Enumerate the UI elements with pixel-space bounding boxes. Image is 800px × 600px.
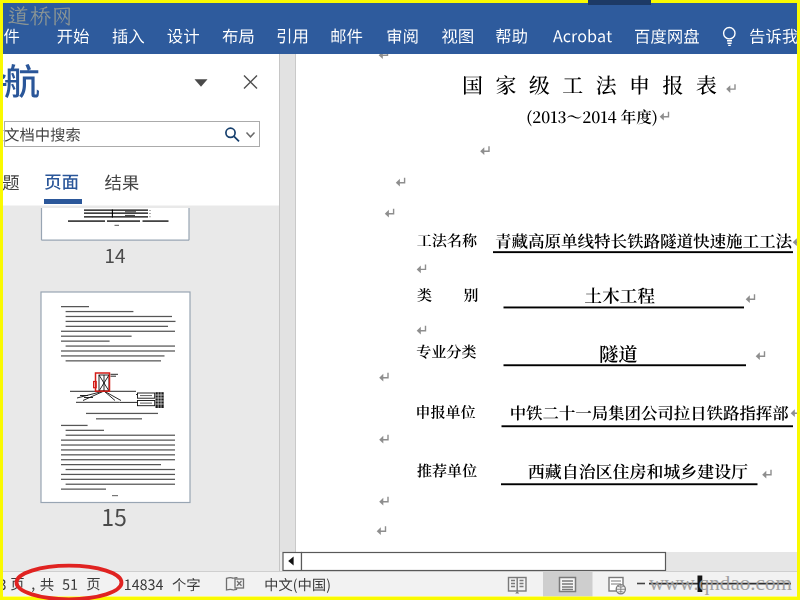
- svg-text:www.qndao.com: www.qndao.com: [649, 570, 792, 595]
